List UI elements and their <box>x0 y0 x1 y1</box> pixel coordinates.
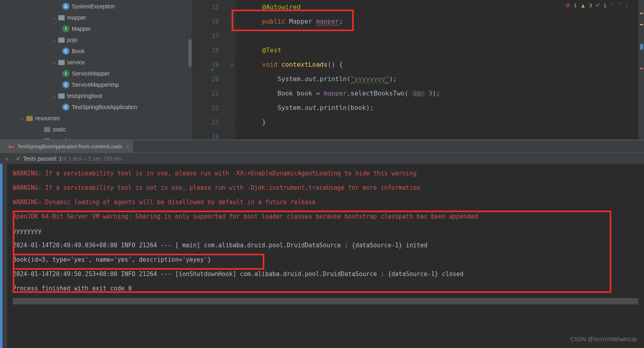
gutter-line[interactable]: 17 <box>192 29 228 43</box>
console-line[interactable]: 2024-01-14T20:49:50.253+08:00 INFO 21264… <box>13 267 638 281</box>
more-icon[interactable]: ⁝ <box>625 2 628 8</box>
code-line[interactable]: public Mapper mapper; <box>247 14 638 29</box>
gutter-line[interactable]: 22 <box>192 101 228 115</box>
fold-icon[interactable]: ⊟ <box>228 58 236 72</box>
warning-icon[interactable]: ▲ <box>580 2 586 9</box>
close-icon[interactable]: × <box>126 143 129 150</box>
gutter-line[interactable]: 15 <box>192 0 228 14</box>
console-line[interactable]: 2024-01-14T20:49:49.036+08:00 INFO 21264… <box>13 238 638 253</box>
selection-bar <box>0 164 2 348</box>
project-tree[interactable]: C SystemException ⌄ mapper I Mapper ⌄ po… <box>0 0 192 139</box>
chevron-down-icon[interactable]: ⌄ <box>20 116 26 121</box>
gutter-line[interactable]: 16 <box>192 14 228 29</box>
gutter-line[interactable]: 20 <box>192 72 228 86</box>
warning-marker[interactable] <box>640 24 643 25</box>
tab-label: TestSpringBootApplicationTests.contextLo… <box>17 143 122 149</box>
console-line[interactable]: Process finished with exit code 0 <box>13 281 638 296</box>
code-area[interactable]: @Autowired public Mapper mapper; @Test v… <box>236 0 638 139</box>
chevron-down-icon[interactable]: ⌄ <box>52 16 57 20</box>
gutter-line[interactable]: 19↻ <box>192 58 228 72</box>
folder-icon <box>58 93 65 99</box>
code-line[interactable]: System.out.println("yyyyyyyy"); <box>247 72 638 86</box>
gutter-line[interactable]: 18 <box>192 43 228 58</box>
tree-item-service-mapper-imp[interactable]: C ServiceMapperImp <box>0 79 192 90</box>
console-line[interactable]: yyyyyyyy <box>13 224 638 238</box>
code-line[interactable]: void contextLoads() { <box>247 58 638 72</box>
test-status-bar: » ✔ Tests passed: 1 of 1 test – 2 sec 73… <box>0 153 644 164</box>
console-gutter <box>0 164 7 348</box>
tree-item-book[interactable]: C Book <box>0 46 192 57</box>
tree-item-static[interactable]: static <box>0 124 192 135</box>
gutter-line[interactable]: 24 <box>192 129 228 144</box>
run-tab[interactable]: ◆▸ TestSpringBootApplicationTests.contex… <box>0 140 134 153</box>
chevron-down-icon[interactable]: ⌄ <box>52 60 57 65</box>
folder-icon <box>44 138 50 140</box>
tree-label: ServiceMapper <box>72 70 109 77</box>
tree-label: Mapper <box>72 26 91 32</box>
tree-item-mapper[interactable]: I Mapper <box>0 23 192 34</box>
code-line[interactable]: Book book = mapper.selectBooksTwo( id: 3… <box>247 86 638 101</box>
folder-icon <box>58 15 65 20</box>
tree-scrollbar[interactable] <box>188 39 192 67</box>
folder-icon <box>58 38 65 43</box>
console-line[interactable]: OpenJDK 64-Bit Server VM warning: Sharin… <box>13 209 638 224</box>
gutter-line[interactable]: 21 <box>192 86 228 101</box>
tree-item-mapper-folder[interactable]: ⌄ mapper <box>0 12 192 23</box>
tree-item-resources[interactable]: ⌄ resources <box>0 113 192 124</box>
code-line[interactable]: } <box>247 115 638 129</box>
editor[interactable]: 15 16 17 18 19↻ 20 21 22 23 24 ⊟ ⌐ @Auto… <box>192 0 644 139</box>
chevron-down-icon[interactable]: ⌄ <box>52 94 57 98</box>
next-highlight-icon[interactable]: ˅ <box>617 2 622 8</box>
tree-item-pojo-folder[interactable]: ⌄ pojo <box>0 34 192 46</box>
tests-detail: of 1 test – 2 sec 735 ms <box>62 155 121 162</box>
rerun-icon[interactable]: » <box>5 155 10 162</box>
watermark: CSDN @YoYoYoWhatIsUp <box>570 332 637 346</box>
folder-icon <box>44 127 50 132</box>
warning-count: 3 <box>589 2 592 8</box>
class-icon: C <box>62 81 69 88</box>
ok-icon[interactable]: ✔ <box>595 2 600 9</box>
console-panel: WARNING: If a serviceability tool is in … <box>0 164 644 348</box>
code-line[interactable] <box>247 129 638 144</box>
info-marker[interactable] <box>640 44 643 50</box>
check-icon: ✔ <box>16 155 21 162</box>
console-line[interactable]: WARNING: If a serviceability tool is in … <box>13 166 638 181</box>
top-pane: C SystemException ⌄ mapper I Mapper ⌄ po… <box>0 0 644 140</box>
tree-item-system-exception[interactable]: C SystemException <box>0 1 192 12</box>
chevron-down-icon[interactable]: ⌄ <box>52 38 57 42</box>
code-line[interactable] <box>247 29 638 43</box>
tree-item-templates[interactable]: templates <box>0 135 192 139</box>
tree-label: testspringboot <box>67 93 102 99</box>
tests-passed-label: Tests passed: 1 <box>23 155 62 162</box>
console-output[interactable]: WARNING: If a serviceability tool is in … <box>7 164 644 348</box>
run-config-icon: ◆▸ <box>8 143 15 149</box>
prev-highlight-icon[interactable]: ˄ <box>610 2 614 8</box>
error-marker[interactable] <box>640 68 643 69</box>
tree-item-testspringboot-folder[interactable]: ⌄ testspringboot <box>0 90 192 101</box>
tree-label: SystemException <box>72 3 115 10</box>
console-line[interactable]: WARNING: If a serviceability tool is not… <box>13 181 638 195</box>
ok-count: 1 <box>604 2 606 8</box>
error-icon[interactable]: ⊘ <box>565 2 571 9</box>
tree-label: ServiceMapperImp <box>72 82 119 88</box>
fold-end-icon[interactable]: ⌐ <box>228 115 236 129</box>
console-line[interactable]: WARNING: Dynamic loading of agents will … <box>13 195 638 209</box>
tree-item-service-folder[interactable]: ⌄ service <box>0 57 192 68</box>
tree-label: Book <box>72 48 85 54</box>
tree-item-test-app[interactable]: C TestSpringBootApplication <box>0 101 192 113</box>
code-line[interactable]: @Test <box>247 43 638 58</box>
console-line[interactable]: Book{id=3, type='yes', name='yes', descr… <box>13 253 638 267</box>
interface-icon: I <box>62 70 69 77</box>
console-scrollbar[interactable] <box>13 298 638 304</box>
warning-marker[interactable] <box>640 13 643 14</box>
gutter-line[interactable]: 23 <box>192 115 228 129</box>
tree-label: templates <box>53 137 77 139</box>
tree-label: service <box>67 59 85 66</box>
tree-label: resources <box>35 115 59 121</box>
gutter: 15 16 17 18 19↻ 20 21 22 23 24 <box>192 0 228 139</box>
resources-folder-icon <box>26 116 33 121</box>
tree-item-service-mapper[interactable]: I ServiceMapper <box>0 68 192 79</box>
folder-icon <box>58 60 65 65</box>
error-stripe[interactable] <box>638 0 644 139</box>
code-line[interactable]: System.out.println(book); <box>247 101 638 115</box>
